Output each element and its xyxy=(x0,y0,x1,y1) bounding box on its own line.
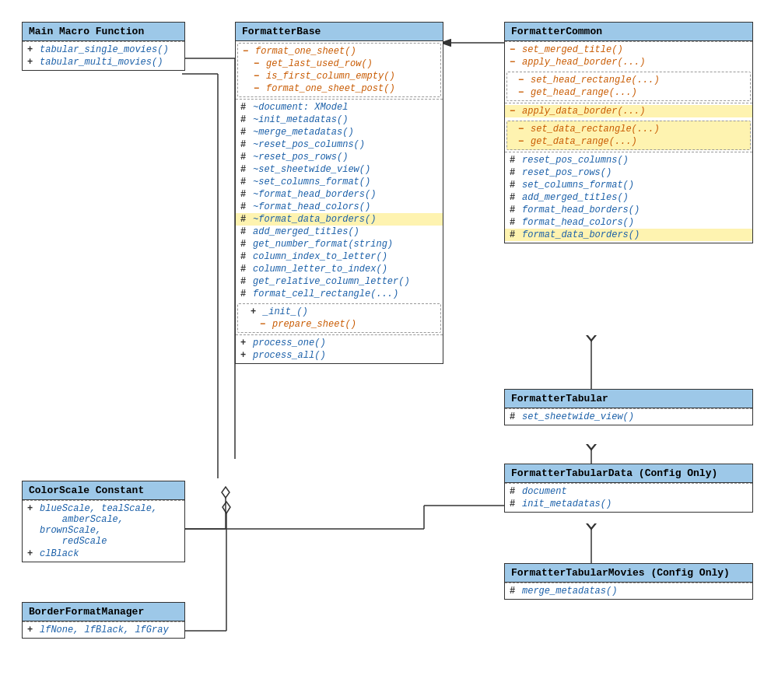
formatter-base-box: FormatterBase − format_one_sheet() − get… xyxy=(235,22,443,364)
list-item: + process_one() xyxy=(236,337,443,349)
list-item: + lfNone, lfBlack, lfGray xyxy=(23,624,184,636)
list-item: # merge_metadatas() xyxy=(505,585,752,597)
color-scale-box: ColorScale Constant + blueScale, tealSca… xyxy=(22,481,185,562)
method-label: tabular_multi_movies() xyxy=(40,57,163,68)
list-item: + clBlack xyxy=(23,548,184,560)
border-format-box: BorderFormatManager + lfNone, lfBlack, l… xyxy=(22,602,185,639)
list-item: #~format_head_borders() xyxy=(236,188,443,201)
list-item: + _init_() xyxy=(238,306,440,318)
main-macro-methods: + tabular_single_movies() + tabular_mult… xyxy=(23,41,184,70)
formatter-tabular-movies-title: FormatterTabularMovies (Config Only) xyxy=(505,564,752,583)
plus-sym: + xyxy=(27,44,37,55)
list-item: − format_one_sheet() xyxy=(238,45,440,58)
main-macro-box: Main Macro Function + tabular_single_mov… xyxy=(22,22,185,71)
list-item: #add_merged_titles() xyxy=(236,226,443,238)
list-item: #format_head_colors() xyxy=(505,216,752,229)
list-item: #~set_columns_format() xyxy=(236,176,443,188)
method-label: tabular_single_movies() xyxy=(40,44,169,55)
formatter-base-title: FormatterBase xyxy=(236,23,443,41)
list-item: + process_all() xyxy=(236,349,443,362)
list-item: # document xyxy=(505,485,752,498)
list-item: # init_metadatas() xyxy=(505,498,752,510)
formatter-common-box: FormatterCommon − set_merged_title() − a… xyxy=(504,22,753,243)
list-item: #get_relative_column_letter() xyxy=(236,275,443,288)
plus-sym: + xyxy=(27,57,37,68)
formatter-base-section3: + _init_() − prepare_sheet() xyxy=(237,303,441,333)
list-item: − format_one_sheet_post() xyxy=(238,82,440,95)
color-scale-title: ColorScale Constant xyxy=(23,481,184,500)
formatter-tabular-movies-box: FormatterTabularMovies (Config Only) # m… xyxy=(504,563,753,600)
border-format-title: BorderFormatManager xyxy=(23,603,184,621)
list-item: + blueScale, tealScale, amberScale, brow… xyxy=(23,502,184,548)
main-macro-title: Main Macro Function xyxy=(23,23,184,41)
list-item: − get_data_range(...) xyxy=(513,135,750,148)
list-item: #~document: XModel xyxy=(236,101,443,114)
list-item: #~set_sheetwide_view() xyxy=(236,163,443,176)
list-item: + tabular_multi_movies() xyxy=(23,56,184,68)
list-item: #~format_head_colors() xyxy=(236,201,443,213)
color-scale-methods: + blueScale, tealScale, amberScale, brow… xyxy=(23,500,184,562)
formatter-common-section2: − set_head_rectangle(...) − get_head_ran… xyxy=(506,72,751,101)
list-item: #set_columns_format() xyxy=(505,179,752,191)
list-item: #~reset_pos_columns() xyxy=(236,138,443,151)
list-item: − set_merged_title() xyxy=(505,44,752,56)
list-item: #column_letter_to_index() xyxy=(236,263,443,275)
list-item: #get_number_format(string) xyxy=(236,238,443,250)
list-item: #~merge_metadatas() xyxy=(236,126,443,138)
formatter-common-section3: − apply_data_border(...) xyxy=(505,103,752,119)
list-item: #~reset_pos_rows() xyxy=(236,151,443,163)
list-item: − is_first_column_empty() xyxy=(238,70,440,82)
list-item: #reset_pos_rows() xyxy=(505,166,752,179)
formatter-base-section1: − format_one_sheet() − get_last_used_row… xyxy=(237,43,441,97)
list-item: − get_last_used_row() xyxy=(238,58,440,70)
list-item: # set_sheetwide_view() xyxy=(505,411,752,423)
list-item: #format_data_borders() xyxy=(505,229,752,241)
formatter-tabular-data-title: FormatterTabularData (Config Only) xyxy=(505,464,752,483)
svg-marker-16 xyxy=(223,502,230,513)
formatter-base-section4: + process_one() + process_all() xyxy=(236,334,443,363)
list-item: #format_cell_rectangle(...) xyxy=(236,288,443,300)
formatter-common-section5: #reset_pos_columns() #reset_pos_rows() #… xyxy=(505,152,752,243)
list-item: − get_head_range(...) xyxy=(513,86,750,99)
list-item: #add_merged_titles() xyxy=(505,191,752,204)
formatter-tabular-movies-methods: # merge_metadatas() xyxy=(505,583,752,599)
formatter-tabular-methods: # set_sheetwide_view() xyxy=(505,408,752,425)
list-item: − apply_data_border(...) xyxy=(505,105,752,117)
formatter-base-section2: #~document: XModel #~init_metadatas() #~… xyxy=(236,99,443,302)
list-item: − prepare_sheet() xyxy=(238,318,440,331)
svg-marker-10 xyxy=(222,487,230,498)
list-item: #format_head_borders() xyxy=(505,204,752,216)
formatter-tabular-box: FormatterTabular # set_sheetwide_view() xyxy=(504,389,753,425)
list-item: − set_data_rectangle(...) xyxy=(513,123,750,135)
formatter-tabular-data-methods: # document # init_metadatas() xyxy=(505,483,752,512)
list-item: + tabular_single_movies() xyxy=(23,44,184,56)
list-item: #~init_metadatas() xyxy=(236,114,443,126)
formatter-common-section4: − set_data_rectangle(...) − get_data_ran… xyxy=(506,121,751,150)
list-item: #~format_data_borders() xyxy=(236,213,443,226)
list-item: − apply_head_border(...) xyxy=(505,56,752,68)
formatter-tabular-title: FormatterTabular xyxy=(505,390,752,408)
list-item: − set_head_rectangle(...) xyxy=(513,74,750,86)
list-item: #column_index_to_letter() xyxy=(236,250,443,263)
formatter-tabular-data-box: FormatterTabularData (Config Only) # doc… xyxy=(504,464,753,513)
border-format-methods: + lfNone, lfBlack, lfGray xyxy=(23,621,184,638)
list-item: #reset_pos_columns() xyxy=(505,154,752,166)
formatter-common-section1: − set_merged_title() − apply_head_border… xyxy=(505,41,752,70)
formatter-common-title: FormatterCommon xyxy=(505,23,752,41)
diagram: Main Macro Function + tabular_single_mov… xyxy=(0,0,778,700)
